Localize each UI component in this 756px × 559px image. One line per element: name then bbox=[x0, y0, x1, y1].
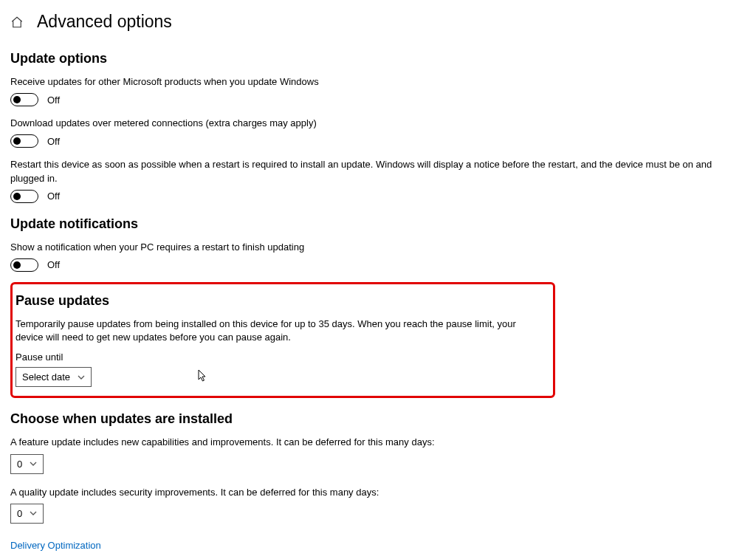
toggle-metered-state: Off bbox=[47, 136, 60, 147]
quality-update-select[interactable]: 0 bbox=[10, 504, 44, 524]
section-update-options: Update options bbox=[10, 51, 746, 66]
chevron-down-icon bbox=[30, 460, 37, 467]
feature-update-value: 0 bbox=[17, 459, 22, 470]
option-notify-restart-toggle-row: Off bbox=[10, 258, 746, 272]
section-pause-updates: Pause updates bbox=[16, 293, 547, 309]
toggle-metered[interactable] bbox=[10, 134, 38, 148]
option-notify-restart-desc: Show a notification when your PC require… bbox=[10, 241, 746, 254]
option-metered-toggle-row: Off bbox=[10, 134, 746, 148]
toggle-other-products-state: Off bbox=[47, 95, 60, 106]
link-delivery-optimization[interactable]: Delivery Optimization bbox=[10, 540, 746, 551]
option-other-products-toggle-row: Off bbox=[10, 93, 746, 106]
page-title: Advanced options bbox=[37, 12, 172, 32]
toggle-other-products[interactable] bbox=[10, 93, 38, 106]
pause-updates-desc: Temporarily pause updates from being ins… bbox=[16, 318, 532, 344]
home-icon[interactable] bbox=[10, 16, 24, 29]
chevron-down-icon bbox=[30, 510, 37, 517]
pause-until-select[interactable]: Select date bbox=[16, 367, 92, 387]
feature-update-select[interactable]: 0 bbox=[10, 454, 44, 474]
pause-until-label: Pause until bbox=[16, 351, 547, 363]
option-other-products-desc: Receive updates for other Microsoft prod… bbox=[10, 75, 746, 89]
pause-updates-highlight: Pause updates Temporarily pause updates … bbox=[10, 282, 555, 398]
quality-update-desc: A quality update includes security impro… bbox=[10, 486, 746, 499]
pause-until-value: Select date bbox=[22, 371, 70, 383]
chevron-down-icon bbox=[78, 374, 85, 381]
section-choose-when: Choose when updates are installed bbox=[10, 411, 746, 427]
page-header: Advanced options bbox=[10, 12, 746, 32]
toggle-restart-state: Off bbox=[47, 191, 60, 202]
option-restart-desc: Restart this device as soon as possible … bbox=[10, 158, 746, 185]
feature-update-desc: A feature update includes new capabiliti… bbox=[10, 436, 746, 449]
option-restart-toggle-row: Off bbox=[10, 190, 746, 203]
toggle-notify-restart-state: Off bbox=[47, 259, 60, 270]
option-metered-desc: Download updates over metered connection… bbox=[10, 117, 746, 130]
toggle-notify-restart[interactable] bbox=[10, 258, 38, 272]
quality-update-value: 0 bbox=[17, 508, 22, 519]
toggle-restart[interactable] bbox=[10, 190, 38, 203]
section-update-notifications: Update notifications bbox=[10, 216, 746, 232]
